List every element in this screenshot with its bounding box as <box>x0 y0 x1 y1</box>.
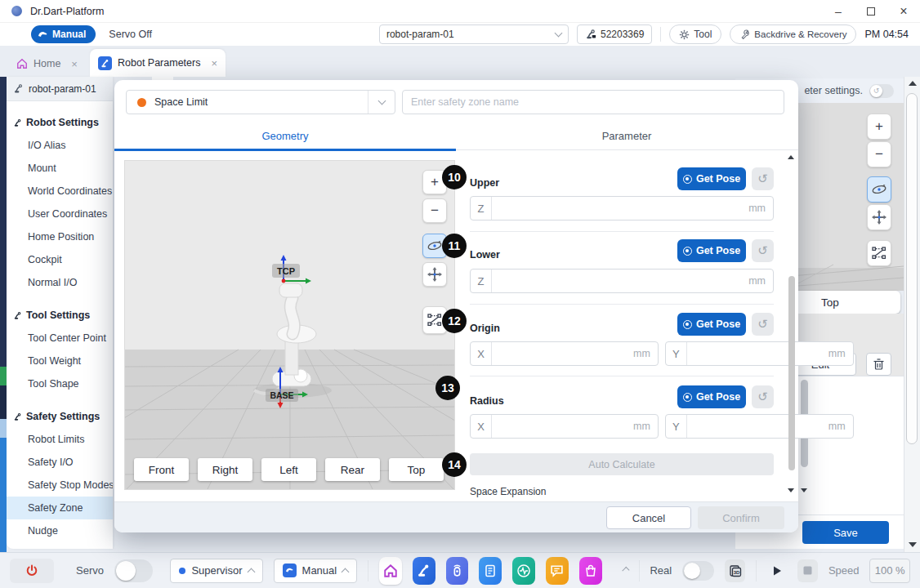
scrollbar-up-icon[interactable] <box>909 81 917 86</box>
chevron-up-icon <box>342 568 350 577</box>
sidebar-item-home-position[interactable]: Home Position <box>7 225 113 248</box>
tab-robot-parameters-close-icon[interactable]: × <box>211 57 217 69</box>
scrollbar-thumb[interactable] <box>906 93 918 444</box>
serial-number-box[interactable]: 52203369 <box>577 24 652 44</box>
backdrive-recovery-button[interactable]: Backdrive & Recovery <box>730 24 856 44</box>
pan-button[interactable] <box>422 262 447 287</box>
store-app-icon[interactable] <box>579 557 602 585</box>
upper-z-input[interactable] <box>492 203 748 214</box>
robot-3d-view[interactable]: TCP BASE + − Front Right Left Rear Top <box>124 160 455 490</box>
play-button[interactable] <box>767 559 788 582</box>
origin-y-input[interactable] <box>687 348 828 359</box>
bg-orbit-button[interactable] <box>867 176 891 203</box>
real-toggle[interactable] <box>682 561 714 581</box>
home-app-icon[interactable] <box>379 557 402 585</box>
window-scrollbar[interactable] <box>904 77 920 552</box>
tab-home-close-icon[interactable]: × <box>71 58 78 70</box>
unit-label: mm <box>748 203 773 214</box>
view-top-button[interactable]: Top <box>389 458 444 481</box>
lower-reset-button[interactable]: ↺ <box>752 239 774 262</box>
power-button[interactable] <box>10 559 54 583</box>
view-rear-button[interactable]: Rear <box>325 458 380 481</box>
close-button[interactable]: × <box>887 0 920 22</box>
radius-x-input[interactable] <box>492 421 633 432</box>
dialog-scrollbar-up-icon[interactable] <box>788 155 794 159</box>
message-app-icon[interactable] <box>546 557 569 585</box>
sidebar-item-world-coordinates[interactable]: World Coordinates <box>7 180 113 203</box>
tab-parameter[interactable]: Parameter <box>456 122 797 149</box>
settings-toggle[interactable]: ↺ <box>869 84 894 98</box>
dialog-scrollbar-thumb[interactable] <box>788 276 795 470</box>
radius-get-pose-button[interactable]: Get Pose <box>677 385 746 408</box>
origin-x-input[interactable] <box>492 348 633 359</box>
maximize-button[interactable] <box>855 0 887 22</box>
view-left-button[interactable]: Left <box>261 458 316 481</box>
sidebar-item-cockpit[interactable]: Cockpit <box>7 248 113 271</box>
sidebar-item-user-coordinates[interactable]: User Coordinates <box>7 203 113 225</box>
cancel-button[interactable]: Cancel <box>606 506 691 529</box>
upper-get-pose-button[interactable]: Get Pose <box>677 167 746 190</box>
dialog-scrollbar-down-icon[interactable] <box>788 488 794 492</box>
unit-label: mm <box>828 421 853 432</box>
stop-icon <box>803 566 812 575</box>
sidebar-item-safety-io[interactable]: Safety I/O <box>7 451 113 474</box>
dialog-scrollbar[interactable] <box>786 155 797 498</box>
sidebar-item-nudge[interactable]: Nudge <box>7 519 113 542</box>
lower-z-input[interactable] <box>492 275 748 287</box>
bg-pan-button[interactable] <box>867 204 891 230</box>
tab-home[interactable]: Home × <box>8 51 86 77</box>
simulator-3d-button[interactable]: 3D <box>725 559 745 582</box>
scrollbar-down-icon[interactable] <box>909 542 917 547</box>
robot-parameter-select[interactable]: robot-param-01 <box>379 24 569 44</box>
panel-scrollbar-down-icon[interactable] <box>801 488 807 492</box>
bg-zoom-out-button[interactable]: − <box>867 141 891 167</box>
stop-button[interactable] <box>797 559 818 582</box>
radius-y-input[interactable] <box>687 421 828 432</box>
monitoring-app-icon[interactable] <box>512 557 535 585</box>
sidebar-item-safety-zone[interactable]: Safety Zone <box>7 497 113 519</box>
save-button[interactable]: Save <box>802 521 889 544</box>
expand-statusbar-icon[interactable] <box>622 567 629 574</box>
origin-reset-button[interactable]: ↺ <box>752 313 774 336</box>
bg-measure-button[interactable] <box>867 240 891 266</box>
tool-button[interactable]: Tool <box>669 24 721 44</box>
robot-icon <box>13 412 22 421</box>
origin-x-field: X mm <box>470 341 659 366</box>
bg-zoom-in-button[interactable]: + <box>867 114 891 140</box>
operation-mode-select[interactable]: Manual <box>274 559 358 583</box>
view-right-button[interactable]: Right <box>198 458 252 481</box>
minimize-button[interactable]: – <box>822 0 855 22</box>
user-role-select[interactable]: Supervisor <box>170 559 262 583</box>
sidebar-item-safety-stop-modes[interactable]: Safety Stop Modes <box>7 474 113 497</box>
zone-type-select[interactable]: Space Limit <box>126 90 395 114</box>
manual-mode-button[interactable]: Manual <box>31 25 96 43</box>
delete-button[interactable] <box>866 353 891 376</box>
sidebar-item-tool-center-point[interactable]: Tool Center Point <box>7 327 113 350</box>
zoom-out-button[interactable]: − <box>422 198 447 223</box>
task-writer-app-icon[interactable] <box>479 557 502 585</box>
zone-type-color-dot <box>137 98 146 107</box>
pendant-app-icon[interactable] <box>446 557 469 585</box>
lower-get-pose-button[interactable]: Get Pose <box>677 239 746 262</box>
sidebar-item-mount[interactable]: Mount <box>7 157 113 180</box>
origin-get-pose-button[interactable]: Get Pose <box>677 313 746 336</box>
sidebar-robot-header[interactable]: robot-param-01 <box>7 77 113 101</box>
servo-toggle[interactable] <box>114 559 153 582</box>
robot-lock-icon <box>585 29 596 40</box>
tab-geometry[interactable]: Geometry <box>114 122 456 149</box>
view-front-button[interactable]: Front <box>134 458 189 481</box>
sidebar-item-io-alias[interactable]: I/O Alias <box>7 134 113 157</box>
sidebar-item-tool-weight[interactable]: Tool Weight <box>7 350 113 372</box>
robot-params-app-icon[interactable] <box>413 557 435 585</box>
trash-icon <box>873 359 884 370</box>
sidebar-item-robot-limits[interactable]: Robot Limits <box>7 428 113 451</box>
toolbar-divider <box>660 27 661 42</box>
sidebar-item-normal-io[interactable]: Normal I/O <box>7 271 113 294</box>
confirm-button[interactable]: Confirm <box>698 506 784 529</box>
zone-name-input[interactable] <box>402 90 784 114</box>
upper-reset-button[interactable]: ↺ <box>752 167 774 190</box>
radius-reset-button[interactable]: ↺ <box>752 385 774 408</box>
measure-icon <box>872 247 887 260</box>
sidebar-item-tool-shape[interactable]: Tool Shape <box>7 372 113 395</box>
auto-calculate-button[interactable]: Auto Calculate <box>470 453 774 475</box>
